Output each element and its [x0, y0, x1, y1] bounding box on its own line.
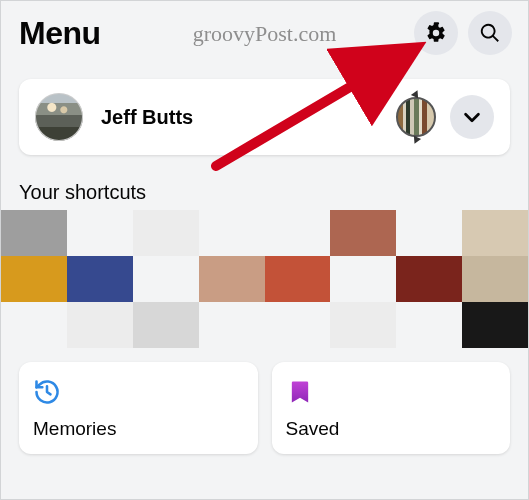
profile-name: Jeff Butts [97, 106, 382, 129]
switch-profile-button[interactable] [396, 97, 436, 137]
bookmark-icon [286, 378, 314, 406]
page-title: Menu [19, 15, 101, 52]
shortcut-pixel [1, 210, 67, 256]
shortcut-pixel [396, 256, 462, 302]
shortcut-pixel [133, 256, 199, 302]
saved-tile[interactable]: Saved [272, 362, 511, 454]
header: Menu [1, 1, 528, 55]
menu-tiles: Memories Saved [19, 362, 510, 454]
memories-tile-label: Memories [33, 418, 244, 440]
memories-tile[interactable]: Memories [19, 362, 258, 454]
shortcut-pixel [265, 302, 331, 348]
header-actions [414, 11, 512, 55]
shortcut-pixel [1, 302, 67, 348]
shortcut-pixel [330, 302, 396, 348]
shortcut-pixel [133, 302, 199, 348]
search-icon [479, 22, 501, 44]
shortcut-pixel [67, 256, 133, 302]
shortcut-pixel [462, 256, 528, 302]
shortcut-pixel [396, 302, 462, 348]
shortcut-pixel [330, 210, 396, 256]
profile-card[interactable]: Jeff Butts [19, 79, 510, 155]
expand-profiles-button[interactable] [450, 95, 494, 139]
shortcut-pixel [199, 302, 265, 348]
shortcut-pixel [462, 302, 528, 348]
shortcut-pixel [1, 256, 67, 302]
shortcut-pixel [330, 256, 396, 302]
search-button[interactable] [468, 11, 512, 55]
shortcut-pixel [199, 256, 265, 302]
shortcuts-label: Your shortcuts [19, 181, 510, 204]
avatar [35, 93, 83, 141]
shortcut-pixel [265, 256, 331, 302]
shortcut-pixel [67, 210, 133, 256]
shortcut-pixel [199, 210, 265, 256]
shortcut-pixel [67, 302, 133, 348]
shortcuts-mosaic [1, 210, 528, 348]
chevron-down-icon [461, 106, 483, 128]
settings-button[interactable] [414, 11, 458, 55]
shortcut-pixel [133, 210, 199, 256]
gear-icon [425, 22, 447, 44]
clock-rewind-icon [33, 378, 61, 406]
saved-tile-label: Saved [286, 418, 497, 440]
shortcut-pixel [265, 210, 331, 256]
shortcut-pixel [396, 210, 462, 256]
shortcut-pixel [462, 210, 528, 256]
